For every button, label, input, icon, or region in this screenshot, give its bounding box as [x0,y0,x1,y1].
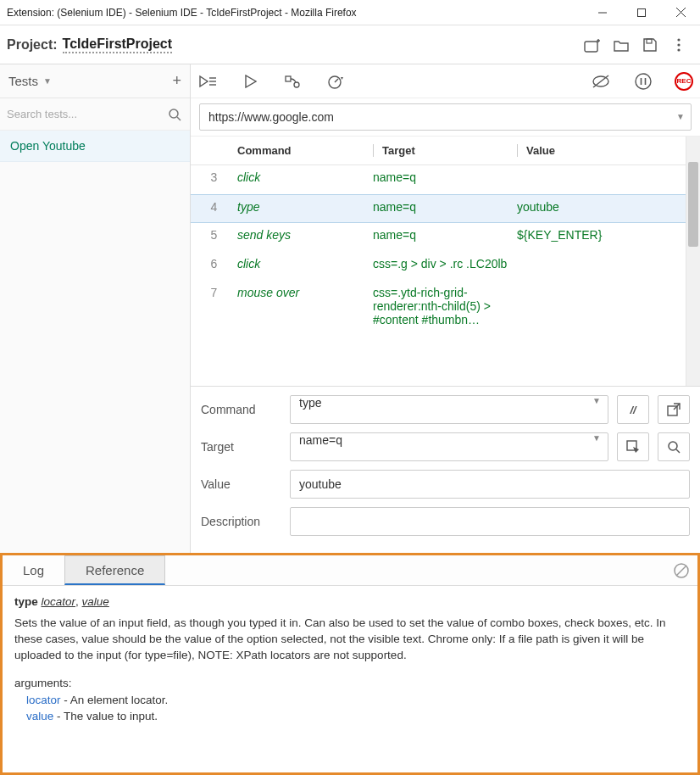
row-command: type [237,200,373,214]
command-row[interactable]: 5send keysname=q${KEY_ENTER} [191,223,686,252]
command-row[interactable]: 7mouse overcss=.ytd-rich-grid-renderer:n… [191,281,686,332]
run-current-button[interactable] [240,75,262,88]
value-input[interactable] [290,470,690,499]
pause-button[interactable] [632,73,654,90]
test-list-item[interactable]: Open Youtube [0,131,190,162]
row-command: click [237,257,373,270]
disable-breakpoints-button[interactable] [590,74,612,89]
caret-down-icon: ▼ [592,433,601,443]
reference-body: type locator, value Sets the value of an… [3,586,697,772]
svg-point-9 [677,43,680,46]
row-number: 5 [191,228,237,242]
record-button[interactable]: REC [675,72,693,91]
toggle-comment-button[interactable]: // [617,395,649,424]
grid-scrollbar[interactable] [686,137,700,386]
more-menu-icon[interactable] [664,31,693,59]
row-target: css=.g > div > .rc .LC20lb [373,257,517,270]
svg-rect-1 [638,8,646,16]
project-label: Project: [7,37,58,53]
row-command: mouse over [237,286,373,299]
caret-down-icon: ▼ [592,396,601,405]
svg-rect-7 [647,39,652,43]
caret-down-icon[interactable]: ▼ [676,112,685,121]
svg-line-12 [177,117,181,120]
command-editor: Command type▼ // Target name=q▼ Value De… [191,386,700,553]
add-test-button[interactable]: + [172,72,181,90]
window-minimize-button[interactable] [583,0,622,25]
row-command: send keys [237,228,373,242]
window-maximize-button[interactable] [622,0,661,25]
target-select[interactable]: name=q▼ [290,432,608,461]
bottom-panel: Log Reference type locator, value Sets t… [0,553,700,775]
caret-down-icon: ▼ [43,76,52,86]
tests-header[interactable]: Tests ▼ + [0,64,190,98]
window-titlebar: Extension: (Selenium IDE) - Selenium IDE… [0,0,700,25]
svg-rect-4 [585,42,597,52]
svg-marker-13 [200,76,208,86]
base-url-input[interactable] [199,103,692,131]
row-target: name=q [373,170,517,184]
speed-button[interactable] [325,74,347,89]
run-all-button[interactable] [197,75,219,88]
reference-tab[interactable]: Reference [64,555,165,585]
find-target-button[interactable] [658,432,690,461]
svg-marker-17 [246,75,256,87]
row-command: click [237,170,373,184]
command-row[interactable]: 3clickname=q [191,165,686,194]
svg-point-25 [636,74,651,89]
window-close-button[interactable] [661,0,700,25]
project-name[interactable]: TcIdeFirstProject [63,36,173,53]
svg-point-19 [294,82,299,87]
command-row[interactable]: 6clickcss=.g > div > .rc .LC20lb [191,252,686,281]
command-select[interactable]: type▼ [290,395,608,424]
scrollbar-thumb[interactable] [688,162,698,247]
svg-point-32 [669,442,677,450]
row-value: youtube [517,200,686,214]
row-value: ${KEY_ENTER} [517,228,686,242]
row-number: 3 [191,170,237,184]
log-tab[interactable]: Log [3,555,64,585]
row-number: 4 [191,200,237,214]
row-target: name=q [373,200,517,214]
svg-marker-22 [341,77,343,80]
window-title: Extension: (Selenium IDE) - Selenium IDE… [7,7,583,19]
command-grid: Command Target Value 3clickname=q4typena… [191,137,686,386]
project-bar: Project: TcIdeFirstProject [0,25,700,64]
select-target-button[interactable] [617,432,649,461]
svg-point-8 [677,38,680,41]
open-project-icon[interactable] [607,31,636,59]
row-target: css=.ytd-rich-grid-renderer:nth-child(5)… [373,286,517,326]
open-new-window-button[interactable] [658,395,690,424]
description-input[interactable] [290,507,690,536]
playback-toolbar: REC [191,64,700,98]
svg-point-11 [169,109,178,118]
tests-sidebar: Tests ▼ + Open Youtube [0,64,191,553]
save-project-icon[interactable] [636,31,664,59]
svg-line-33 [676,449,680,453]
svg-line-21 [335,79,338,82]
row-target: name=q [373,228,517,242]
row-number: 6 [191,257,237,270]
clear-log-icon[interactable] [674,563,689,578]
svg-point-10 [677,48,680,51]
new-project-icon[interactable] [578,31,607,59]
step-over-button[interactable] [282,75,304,88]
row-number: 7 [191,286,237,299]
search-tests-input[interactable] [7,103,183,126]
svg-line-35 [677,566,686,575]
search-icon[interactable] [168,108,181,121]
svg-rect-18 [286,76,291,81]
command-row[interactable]: 4typename=qyoutube [191,194,686,223]
